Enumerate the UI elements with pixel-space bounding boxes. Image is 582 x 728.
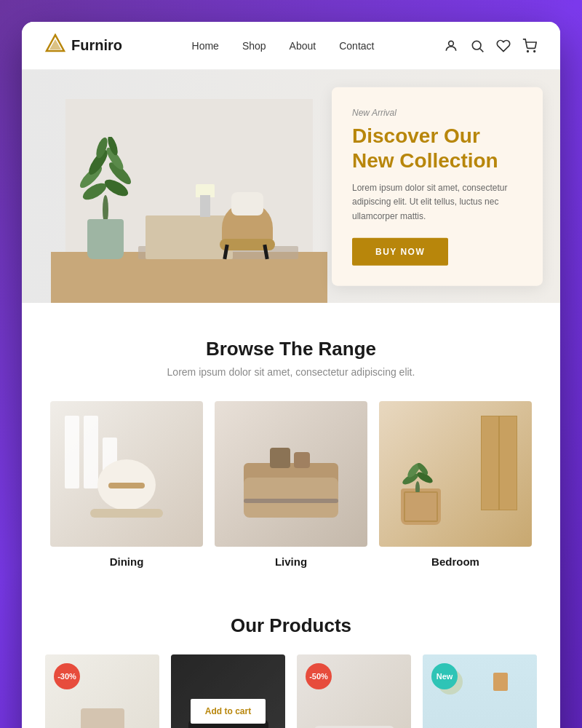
wardrobe-door-left (481, 416, 499, 510)
browse-subtitle: Lorem ipsum dolor sit amet, consectetur … (45, 366, 537, 378)
lamp-base (200, 195, 210, 217)
svg-point-16 (415, 481, 420, 492)
product-card-3: -50% Lolito Luxury big sofa Rp 7.000.000… (297, 654, 411, 728)
svg-point-3 (472, 41, 481, 50)
hero-description: Lorem ipsum dolor sit amet, consectetur … (352, 181, 522, 223)
clock-decor (493, 673, 508, 691)
hero-subtitle: New Arrival (352, 108, 522, 118)
product-card-4: New Respira Outdoor bar table and (423, 654, 537, 728)
browse-section: Browse The Range Lorem ipsum dolor sit a… (22, 303, 560, 591)
nav-about[interactable]: About (290, 39, 316, 52)
wardrobe (481, 416, 517, 510)
products-grid: -30% Syltherine Stylish cafe chair (45, 654, 537, 728)
basket-weave (404, 491, 438, 522)
hero-room-visual (65, 99, 313, 303)
category-bedroom-image (379, 401, 532, 547)
product-badge-1: -30% (54, 663, 80, 689)
nav-contact[interactable]: Contact (339, 39, 374, 52)
category-dining[interactable]: Dining (50, 401, 203, 568)
navbar: Furniro Home Shop About Contact (22, 22, 560, 70)
nav-home[interactable]: Home (192, 39, 219, 52)
svg-point-2 (449, 41, 454, 46)
nav-icons (444, 39, 537, 53)
product-card-2[interactable]: Add to cart Share Compare (171, 654, 285, 728)
dining-tray (108, 483, 145, 488)
brand-name: Furniro (71, 37, 122, 54)
products-section: Our Products -30% (22, 591, 560, 728)
browse-title: Browse The Range (45, 338, 537, 360)
category-bedroom-label: Bedroom (379, 555, 532, 568)
product-badge-3: -50% (306, 663, 332, 689)
product-badge-4: New (431, 663, 458, 689)
room-floor (51, 252, 327, 303)
search-icon-button[interactable] (470, 39, 485, 53)
category-living-label: Living (215, 555, 367, 568)
product-image-4: New (423, 654, 537, 728)
add-to-cart-button-2[interactable]: Add to cart (191, 699, 266, 724)
hero-section: New Arrival Discover Our New Collection … (22, 70, 560, 303)
heart-icon-button[interactable] (496, 39, 511, 53)
category-living-image (215, 401, 367, 547)
category-dining-image (50, 401, 203, 547)
hero-title: Discover Our New Collection (352, 124, 522, 173)
category-bedroom[interactable]: Bedroom (379, 401, 532, 568)
browser-frame: Furniro Home Shop About Contact (22, 22, 560, 728)
user-icon-button[interactable] (444, 39, 458, 53)
sofa-pillow-2 (294, 452, 310, 468)
plant-pot (87, 219, 124, 259)
category-living[interactable]: Living (215, 401, 367, 568)
hero-card: New Arrival Discover Our New Collection … (332, 87, 543, 286)
dining-table-surface (90, 509, 163, 518)
nav-links: Home Shop About Contact (192, 39, 375, 52)
svg-point-5 (527, 50, 529, 52)
chair-cushion (231, 192, 263, 215)
logo-icon (45, 33, 65, 58)
product-card-1: -30% Syltherine Stylish cafe chair (45, 654, 159, 728)
product-image-2: Add to cart Share Compare (171, 654, 285, 728)
product-image-1: -30% (45, 654, 159, 728)
product-overlay-2: Add to cart Share Compare (171, 654, 285, 728)
basket-decor (401, 488, 441, 525)
sofa-body (244, 478, 338, 518)
sofa-pillow-1 (270, 448, 290, 468)
products-section-title: Our Products (45, 614, 537, 637)
wardrobe-doors (481, 416, 517, 510)
product-image-3: -50% (297, 654, 411, 728)
brand-logo[interactable]: Furniro (45, 33, 122, 58)
chair-leg-left (223, 245, 228, 260)
hero-buy-now-button[interactable]: BUY NOW (352, 237, 448, 265)
sofa-floor-line (244, 499, 338, 503)
plant-bedroom-icon (399, 463, 436, 492)
category-dining-label: Dining (50, 555, 203, 568)
category-grid: Dining Living (45, 401, 537, 568)
chair-legs (224, 245, 268, 259)
wardrobe-door-right (499, 416, 517, 510)
dresser (146, 215, 233, 259)
plant-leaves-icon (73, 137, 138, 224)
svg-line-4 (480, 48, 484, 52)
cart-icon-button[interactable] (522, 39, 537, 53)
chair-visual-1 (77, 708, 128, 728)
svg-point-6 (534, 50, 535, 52)
nav-shop[interactable]: Shop (242, 39, 266, 52)
